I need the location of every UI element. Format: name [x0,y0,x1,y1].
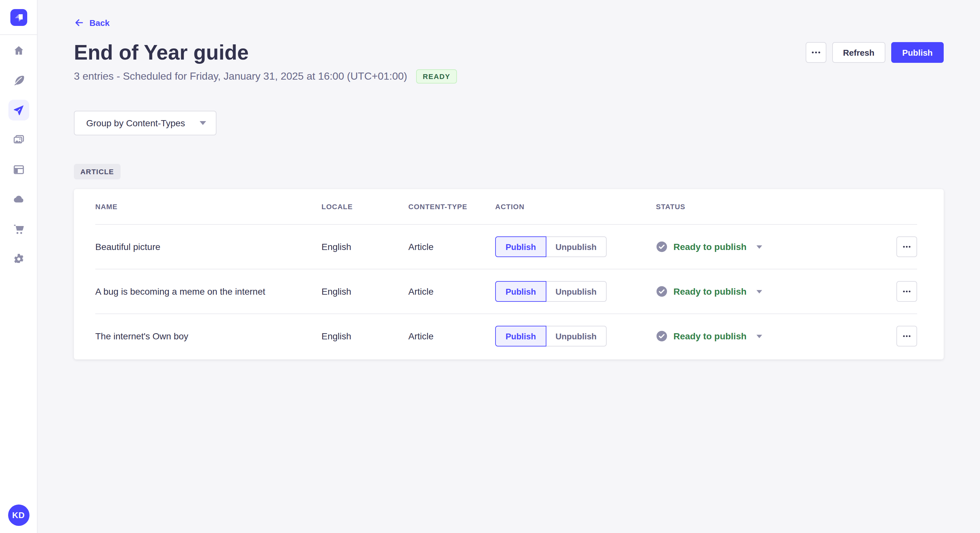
content-type-group-label: ARTICLE [74,164,121,179]
header-actions: Refresh Publish [805,42,944,63]
row-unpublish-button[interactable]: Unpublish [546,281,606,302]
sidebar-item-media-library[interactable] [8,130,29,150]
strapi-logo[interactable] [10,9,27,26]
ellipsis-icon [902,287,911,296]
release-subtitle: 3 entries - Scheduled for Friday, Januar… [74,71,407,82]
column-header-content-type: CONTENT-TYPE [408,203,495,211]
gear-icon [12,252,25,265]
status-label: Ready to publish [673,286,747,297]
group-by-select[interactable]: Group by Content-Types [74,111,216,135]
ellipsis-icon [902,332,911,341]
sidebar-divider [0,34,37,35]
row-publish-button[interactable]: Publish [495,236,546,257]
row-more-button[interactable] [896,236,917,257]
row-publish-button[interactable]: Publish [495,326,546,346]
check-circle-icon [656,330,668,342]
main-content: Back End of Year guide Refresh Publish 3… [38,0,980,533]
layout-icon [12,163,25,176]
back-label: Back [89,18,110,27]
entry-name: A bug is becoming a meme on the internet [95,286,321,297]
chevron-down-icon [199,121,207,125]
chevron-down-icon [756,334,763,338]
images-icon [12,133,25,146]
action-toggle: Publish Unpublish [495,236,656,257]
row-publish-button[interactable]: Publish [495,281,546,302]
check-circle-icon [656,286,668,297]
column-header-status: STATUS [656,203,896,211]
entry-content-type: Article [408,286,495,297]
action-toggle: Publish Unpublish [495,281,656,302]
cloud-icon [12,193,25,206]
paper-plane-icon [12,104,25,117]
more-options-button[interactable] [805,42,826,63]
status-badge: READY [416,69,457,84]
entry-locale: English [321,331,408,341]
column-header-action: ACTION [495,203,656,211]
row-more-button[interactable] [896,281,917,302]
page-title: End of Year guide [74,40,248,65]
status-dropdown[interactable]: Ready to publish [656,330,896,342]
check-circle-icon [656,241,668,252]
status-label: Ready to publish [673,241,747,252]
ellipsis-icon [810,47,821,58]
home-icon [12,44,25,57]
table-row: The internet's Own boy English Article P… [95,314,917,358]
row-unpublish-button[interactable]: Unpublish [546,236,606,257]
sidebar: KD [0,0,38,533]
arrow-left-icon [74,17,84,28]
entry-name: Beautiful picture [95,241,321,252]
chevron-down-icon [756,289,763,294]
refresh-button[interactable]: Refresh [832,42,885,63]
entry-content-type: Article [408,331,495,341]
ellipsis-icon [902,242,911,251]
back-button[interactable]: Back [74,17,110,28]
row-more-button[interactable] [896,326,917,346]
sidebar-item-deploy[interactable] [8,189,29,210]
sidebar-item-marketplace[interactable] [8,219,29,240]
entry-locale: English [321,286,408,297]
entries-table-card: NAME LOCALE CONTENT-TYPE ACTION STATUS B… [74,189,944,359]
publish-button[interactable]: Publish [891,42,944,63]
sidebar-item-home[interactable] [8,40,29,61]
status-label: Ready to publish [673,331,747,341]
chevron-down-icon [756,244,763,249]
table-header-row: NAME LOCALE CONTENT-TYPE ACTION STATUS [95,189,917,225]
sidebar-item-content-manager[interactable] [8,70,29,90]
action-toggle: Publish Unpublish [495,326,656,346]
status-dropdown[interactable]: Ready to publish [656,286,896,297]
sidebar-nav [8,40,29,270]
status-dropdown[interactable]: Ready to publish [656,241,896,252]
sidebar-item-releases[interactable] [8,100,29,121]
sidebar-item-content-type-builder[interactable] [8,159,29,180]
table-row: Beautiful picture English Article Publis… [95,225,917,269]
column-header-locale: LOCALE [321,203,408,211]
cart-icon [12,223,25,236]
group-by-value: Group by Content-Types [86,118,185,128]
back-row: Back [74,0,944,30]
app-window: KD Back End of Year guide Refresh Publis [0,0,980,533]
table-row: A bug is becoming a meme on the internet… [95,269,917,314]
entry-locale: English [321,241,408,252]
column-header-name: NAME [95,203,321,211]
feather-icon [12,74,25,87]
avatar[interactable]: KD [8,504,29,526]
row-unpublish-button[interactable]: Unpublish [546,326,606,346]
sidebar-item-settings[interactable] [8,249,29,270]
entry-content-type: Article [408,241,495,252]
entry-name: The internet's Own boy [95,331,321,341]
strapi-logo-icon [13,12,24,23]
